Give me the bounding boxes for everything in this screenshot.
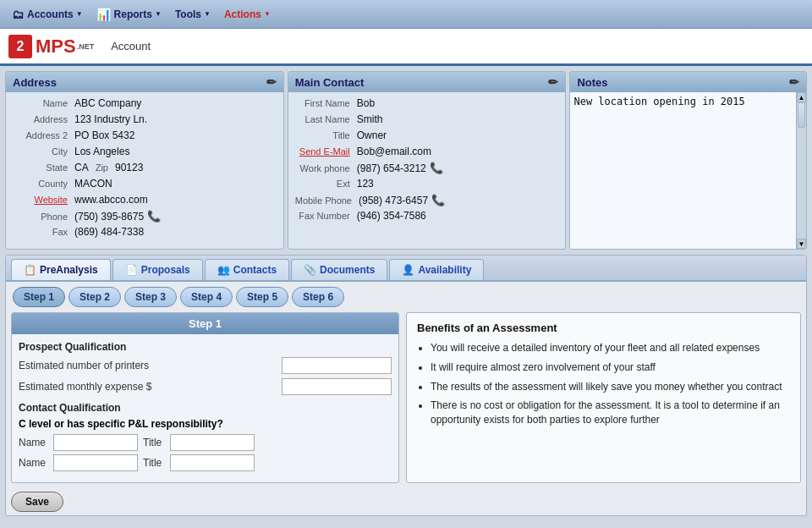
step1-title: Step 1 (12, 313, 398, 334)
contact-title-1-input[interactable] (170, 434, 255, 451)
nav-reports[interactable]: 📊 Reports ▼ (90, 5, 168, 24)
proposals-icon: 📄 (125, 264, 138, 276)
benefit-item-2: It will require almost zero involvement … (431, 360, 790, 375)
contact-card-header: Main Contact ✏ (288, 72, 566, 92)
benefits-list: You will receive a detailed inventory of… (417, 341, 790, 427)
nav-tools[interactable]: Tools ▼ (168, 6, 217, 23)
workphone-icon: 📞 (430, 162, 443, 174)
save-button[interactable]: Save (11, 492, 63, 512)
benefits-title: Benefits of an Assessment (417, 322, 790, 334)
address-edit-icon[interactable]: ✏ (266, 75, 277, 89)
contact-title-2-input[interactable] (170, 454, 255, 471)
notes-textarea[interactable] (570, 92, 796, 249)
preanalysis-icon: 📋 (24, 264, 36, 276)
tab-documents[interactable]: 📎 Documents (291, 259, 387, 280)
step1-form: Step 1 Prospect Qualification Estimated … (11, 312, 399, 483)
mobile-icon: 📞 (431, 194, 445, 206)
address-card-header: Address ✏ (6, 72, 283, 92)
breadcrumb: Account (111, 40, 151, 52)
step-btn-4[interactable]: Step 4 (180, 287, 233, 307)
contacts-icon: 👥 (217, 264, 230, 276)
benefit-item-1: You will receive a detailed inventory of… (431, 341, 790, 355)
website-label: Website (13, 195, 68, 205)
notes-edit-icon[interactable]: ✏ (789, 75, 799, 89)
reports-icon: 📊 (96, 8, 111, 21)
step-btn-2[interactable]: Step 2 (69, 287, 121, 307)
benefit-item-4: There is no cost or obligation for the a… (431, 399, 790, 427)
tab-contacts[interactable]: 👥 Contacts (205, 259, 289, 280)
expense-input[interactable] (282, 378, 392, 395)
printers-row: Estimated number of printers (19, 357, 392, 374)
contact-name-2-input[interactable] (53, 454, 138, 471)
contact-name-1-input[interactable] (53, 434, 138, 451)
scrollbar-down[interactable]: ▼ (797, 239, 806, 249)
contact-section-title: Contact Qualification (19, 402, 392, 414)
contact-edit-icon[interactable]: ✏ (548, 75, 558, 89)
notes-card: Notes ✏ ▲ ▼ (569, 71, 807, 250)
pl-label: C level or has specific P&L responsibili… (19, 418, 392, 430)
logo: 2 MPS.NET (8, 35, 94, 58)
step-btn-6[interactable]: Step 6 (292, 287, 344, 307)
website-link[interactable]: Website (34, 195, 68, 205)
tab-proposals[interactable]: 📄 Proposals (112, 259, 203, 280)
expense-row: Estimated monthly expense $ (19, 378, 392, 395)
contact-card: Main Contact ✏ First Name Bob Last Name … (288, 71, 567, 250)
step-btn-5[interactable]: Step 5 (236, 287, 288, 307)
notes-card-header: Notes ✏ (570, 72, 806, 92)
benefits-box: Benefits of an Assessment You will recei… (406, 312, 801, 483)
documents-icon: 📎 (304, 264, 316, 276)
contact-name-2-row: Name Title (19, 454, 392, 471)
contact-name-1-row: Name Title (19, 434, 392, 451)
benefit-item-3: The results of the assessment will likel… (431, 380, 790, 394)
phone-icon: 📞 (147, 210, 161, 223)
tab-availability[interactable]: 👤 Availability (389, 259, 484, 280)
nav-actions[interactable]: Actions ▼ (217, 6, 277, 23)
prospect-section-title: Prospect Qualification (19, 341, 392, 353)
printers-input[interactable] (282, 357, 392, 374)
nav-accounts[interactable]: 🗂 Accounts ▼ (5, 5, 90, 24)
accounts-icon: 🗂 (12, 8, 24, 21)
step-btn-1[interactable]: Step 1 (13, 287, 65, 307)
availability-icon: 👤 (402, 264, 414, 276)
address-card: Address ✏ Name ABC Company Address 123 I… (5, 71, 284, 250)
scrollbar-up[interactable]: ▲ (797, 92, 806, 102)
tab-preanalysis[interactable]: 📋 PreAnalysis (11, 259, 111, 280)
step-btn-3[interactable]: Step 3 (124, 287, 177, 307)
send-email-link[interactable]: Send E-Mail (299, 146, 350, 157)
